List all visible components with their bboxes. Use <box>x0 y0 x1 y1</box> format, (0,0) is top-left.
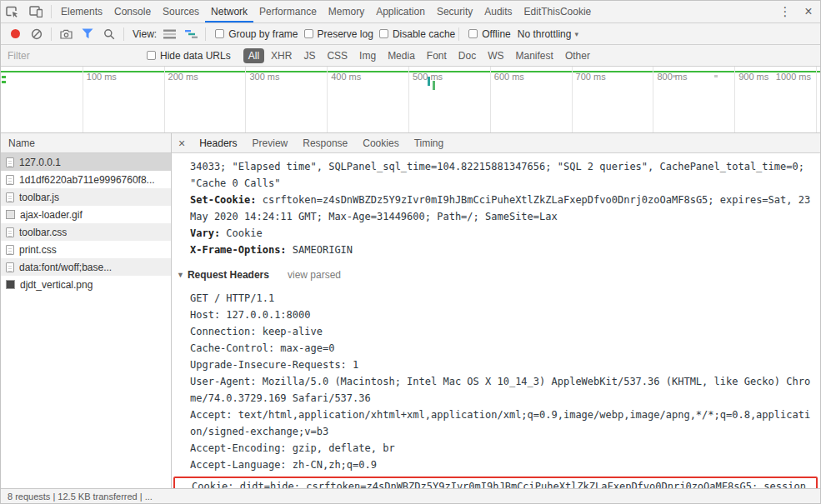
close-devtools-button[interactable]: × <box>797 1 820 22</box>
detail-tabbar: × HeadersPreviewResponseCookiesTiming <box>172 133 820 153</box>
request-header-line: GET / HTTP/1.1 <box>172 290 820 307</box>
request-row-toolbar-css[interactable]: toolbar.css <box>1 223 171 241</box>
throttling-select[interactable]: No throttling ▾ <box>518 28 578 40</box>
close-details-button[interactable]: × <box>172 137 192 150</box>
network-toolbar: View: Group by frame Preserve log Disabl… <box>1 23 820 45</box>
devtools-tab-editthiscookie[interactable]: EditThisCookie <box>518 1 598 22</box>
resource-type-filter-doc[interactable]: Doc <box>453 48 481 63</box>
disable-cache-checkbox[interactable] <box>379 29 388 38</box>
request-list: 127.0.0.11d1df6220ab711e9996760f8...tool… <box>1 153 171 488</box>
resource-type-filter-css[interactable]: CSS <box>322 48 353 63</box>
timeline-tick-label: 100 ms <box>87 72 117 82</box>
resource-type-filter-xhr[interactable]: XHR <box>266 48 297 63</box>
detail-tab-response[interactable]: Response <box>295 137 355 149</box>
timeline-tick-label: 300 ms <box>249 72 279 82</box>
resource-type-filter-img[interactable]: Img <box>354 48 381 63</box>
font-file-icon <box>6 262 14 272</box>
timeline-tick-label: 800 ms <box>657 72 687 82</box>
resource-type-filter-ws[interactable]: WS <box>483 48 508 63</box>
filter-input[interactable] <box>8 50 141 62</box>
devtools-tab-console[interactable]: Console <box>108 1 157 22</box>
inspect-element-button[interactable] <box>1 1 24 22</box>
request-headers-section-header[interactable]: ▼ Request Headers view parsed <box>172 267 820 283</box>
detail-tab-headers[interactable]: Headers <box>192 137 244 149</box>
devtools-tab-memory[interactable]: Memory <box>323 1 370 22</box>
devtools-tab-elements[interactable]: Elements <box>55 1 108 22</box>
group-by-frame-checkbox[interactable] <box>215 29 224 38</box>
request-header-line: Accept: text/html,application/xhtml+xml,… <box>172 407 820 440</box>
request-row-djdt-vertical-png[interactable]: djdt_vertical.png <box>1 276 171 293</box>
devtools-tab-application[interactable]: Application <box>370 1 431 22</box>
clear-icon <box>31 28 43 40</box>
record-network-log-button[interactable] <box>4 25 26 43</box>
search-button[interactable] <box>98 25 120 43</box>
network-overview-timeline[interactable]: 100 ms200 ms300 ms400 ms500 ms600 ms700 … <box>1 67 820 133</box>
name-column-header[interactable]: Name <box>1 133 171 153</box>
resource-type-filter-js[interactable]: JS <box>298 48 320 63</box>
hide-data-urls-checkbox[interactable] <box>147 51 156 60</box>
resource-type-filter-all[interactable]: All <box>243 48 264 63</box>
detail-tab-cookies[interactable]: Cookies <box>355 137 406 149</box>
clear-network-log-button[interactable] <box>26 25 48 43</box>
use-large-rows-button[interactable] <box>158 25 180 43</box>
timeline-gridline <box>164 67 165 132</box>
request-row-ajax-loader-gif[interactable]: ajax-loader.gif <box>1 206 171 223</box>
devtools-tab-sources[interactable]: Sources <box>157 1 205 22</box>
resource-type-filter-media[interactable]: Media <box>383 48 420 63</box>
request-name: toolbar.css <box>19 227 67 238</box>
image-thumbnail-icon <box>6 210 15 219</box>
devtools-tab-performance[interactable]: Performance <box>253 1 323 22</box>
more-options-button[interactable]: ⋮ <box>773 1 797 22</box>
detail-tab-timing[interactable]: Timing <box>407 137 452 149</box>
offline-checkbox[interactable] <box>468 29 478 38</box>
detail-tab-preview[interactable]: Preview <box>245 137 296 149</box>
request-row-127-0-0-1[interactable]: 127.0.0.1 <box>1 153 171 171</box>
response-header-line: X-Frame-Options: SAMEORIGIN <box>172 242 820 258</box>
request-row-toolbar-js[interactable]: toolbar.js <box>1 188 171 206</box>
timeline-tick-label: 700 ms <box>576 72 606 82</box>
resource-type-filter-font[interactable]: Font <box>422 48 452 63</box>
header-name: Set-Cookie: <box>190 194 256 206</box>
resource-type-filter-other[interactable]: Other <box>560 48 595 63</box>
response-header-line: Set-Cookie: csrftoken=z4sDnWBZDz5Y9zIvr0… <box>172 192 820 225</box>
waterfall-mark <box>714 75 718 77</box>
devtools-tab-security[interactable]: Security <box>431 1 478 22</box>
devtools-tab-network[interactable]: Network <box>205 1 253 22</box>
devtools-tab-audits[interactable]: Audits <box>478 1 518 22</box>
view-parsed-link[interactable]: view parsed <box>288 267 341 283</box>
filter-button[interactable] <box>77 25 98 43</box>
stylesheet-file-icon <box>6 227 14 237</box>
waterfall-mark <box>433 81 435 90</box>
camera-icon <box>60 29 73 39</box>
devtools-tabs: ElementsConsoleSourcesNetworkPerformance… <box>55 1 597 22</box>
request-header-line: Upgrade-Insecure-Requests: 1 <box>172 357 820 373</box>
device-toolbar-button[interactable] <box>24 1 48 22</box>
device-toolbar-icon <box>29 6 43 17</box>
request-row-1d1df6220ab711e9996760f8[interactable]: 1d1df6220ab711e9996760f8... <box>1 171 171 188</box>
waterfall-view-icon <box>185 29 198 39</box>
disclosure-triangle-icon: ▼ <box>177 267 184 283</box>
script-file-icon <box>6 192 14 202</box>
timeline-gridline <box>734 67 735 132</box>
name-column-label: Name <box>8 137 35 149</box>
request-row-data-font-woff-base[interactable]: data:font/woff;base... <box>1 258 171 276</box>
headers-panel[interactable]: 34033; "Elapsed time", SQLPanel_sql_time… <box>172 153 820 488</box>
preserve-log-checkbox[interactable] <box>304 29 313 38</box>
resource-type-filter-manifest[interactable]: Manifest <box>511 48 558 63</box>
request-row-print-css[interactable]: print.css <box>1 241 171 258</box>
timeline-tick-label: 400 ms <box>331 72 361 82</box>
divider <box>51 27 52 41</box>
show-overview-button[interactable] <box>180 25 202 43</box>
request-summary-text: 8 requests | 12.5 KB transferred | ... <box>8 492 153 502</box>
record-icon <box>11 29 20 38</box>
cookie-header-highlight: Cookie: djdt=hide; csrftoken=z4sDnWBZDz5… <box>173 477 818 488</box>
timeline-tick-label: 600 ms <box>494 72 524 82</box>
request-header-line: Cache-Control: max-age=0 <box>172 340 820 357</box>
disable-cache-label: Disable cache <box>393 28 455 40</box>
request-name: 127.0.0.1 <box>19 157 61 168</box>
request-name: 1d1df6220ab711e9996760f8... <box>19 174 155 186</box>
group-by-frame-label: Group by frame <box>228 28 298 40</box>
timeline-gridline <box>490 67 491 132</box>
capture-screenshots-button[interactable] <box>55 25 77 43</box>
cookie-header-line: Cookie: djdt=hide; csrftoken=z4sDnWBZDz5… <box>175 478 813 488</box>
